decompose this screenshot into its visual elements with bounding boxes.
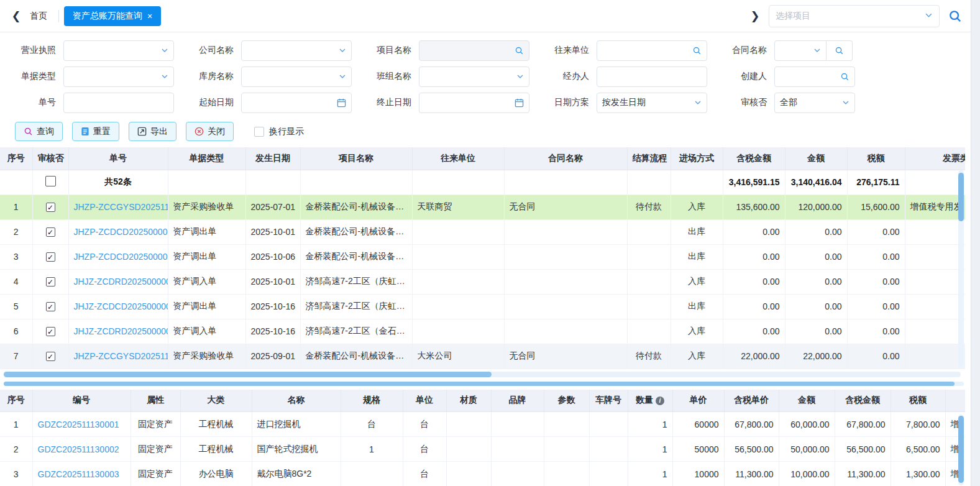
column-header[interactable]: 结算流程 bbox=[627, 147, 671, 170]
table-row[interactable]: 2✓JHZP-ZCDCD202500000资产调出单2025-10-01金桥装配… bbox=[0, 219, 965, 244]
table-row[interactable]: 5✓JHJZ-ZCDCD202500000资产调出单2025-10-16济邹高速… bbox=[0, 294, 965, 319]
audit-status-select[interactable]: 全部 bbox=[774, 93, 855, 113]
doc-link[interactable]: GDZC202511130003 bbox=[38, 469, 119, 479]
column-header[interactable]: 序号 bbox=[0, 390, 32, 412]
table-row[interactable]: 7✓JHZP-ZCCGYSD2025111资产采购验收单2025-09-01金桥… bbox=[0, 344, 965, 369]
doc-link[interactable]: JHZP-ZCCGYSD2025111 bbox=[74, 202, 168, 212]
business-license-select[interactable] bbox=[63, 40, 174, 61]
column-header[interactable]: 金额 bbox=[785, 147, 847, 170]
select-all-checkbox[interactable] bbox=[45, 176, 56, 186]
checkbox-icon[interactable] bbox=[254, 127, 264, 137]
row-checkbox[interactable]: ✓ bbox=[46, 227, 55, 237]
table-row[interactable]: 2GDZC202511130002固定资产工程机械国产轮式挖掘机1台150000… bbox=[0, 437, 965, 462]
scrollbar-thumb[interactable] bbox=[4, 372, 492, 377]
project-name-input[interactable] bbox=[419, 40, 529, 61]
row-checkbox[interactable]: ✓ bbox=[46, 203, 55, 212]
column-header[interactable] bbox=[945, 390, 965, 412]
tab-close-icon[interactable]: × bbox=[147, 11, 152, 21]
doc-link[interactable]: GDZC202511130002 bbox=[38, 444, 119, 454]
table-row[interactable]: 1✓JHZP-ZCCGYSD2025111资产采购验收单2025-07-01金桥… bbox=[0, 195, 965, 219]
row-checkbox[interactable]: ✓ bbox=[46, 352, 55, 361]
column-header[interactable]: 金额 bbox=[779, 390, 835, 412]
search-icon[interactable] bbox=[948, 9, 962, 23]
close-button[interactable]: 关闭 bbox=[186, 122, 234, 141]
column-header[interactable]: 材质 bbox=[446, 390, 491, 412]
filter-team-name: 班组名称 bbox=[367, 66, 529, 87]
warehouse-select[interactable] bbox=[241, 66, 352, 87]
column-header[interactable]: 往来单位 bbox=[412, 147, 504, 170]
column-header[interactable]: 编号 bbox=[32, 390, 131, 412]
doc-link[interactable]: JHZP-ZCDCD202500000 bbox=[74, 252, 168, 262]
counterparty-input[interactable] bbox=[597, 40, 707, 61]
column-header[interactable]: 含税单价 bbox=[724, 390, 779, 412]
cell-amount: 0.00 bbox=[785, 244, 847, 269]
column-header[interactable]: 参数 bbox=[544, 390, 589, 412]
row-checkbox[interactable]: ✓ bbox=[46, 277, 55, 287]
column-header[interactable]: 单价 bbox=[672, 390, 724, 412]
doc-no-input[interactable] bbox=[63, 93, 174, 113]
end-date-input[interactable] bbox=[419, 93, 529, 113]
tab-home[interactable]: 首页 bbox=[24, 7, 53, 25]
date-scheme-value: 按发生日期 bbox=[602, 97, 694, 108]
column-header[interactable]: 单号 bbox=[68, 147, 168, 170]
scrollbar-thumb[interactable] bbox=[958, 173, 964, 221]
cell-plate bbox=[589, 462, 628, 486]
column-header[interactable]: 发生日期 bbox=[245, 147, 300, 170]
scrollbar-thumb[interactable] bbox=[4, 382, 955, 386]
reset-button[interactable]: 重置 bbox=[72, 122, 119, 141]
column-header[interactable]: 品牌 bbox=[491, 390, 544, 412]
column-header[interactable]: 含税金额 bbox=[723, 147, 785, 170]
query-button[interactable]: 查询 bbox=[15, 122, 63, 141]
row-checkbox[interactable]: ✓ bbox=[46, 252, 55, 262]
export-button[interactable]: 导出 bbox=[129, 122, 176, 141]
table-row[interactable]: 3GDZC202511130003固定资产办公电脑戴尔电脑8G*2台110000… bbox=[0, 462, 965, 486]
column-header[interactable]: 规格 bbox=[341, 390, 403, 412]
cell-amount: 50,000.00 bbox=[779, 437, 835, 462]
column-header[interactable]: 车牌号 bbox=[589, 390, 628, 412]
field-label: 项目名称 bbox=[367, 45, 411, 56]
doc-link[interactable]: JHJZ-ZCDCD202500000 bbox=[74, 301, 168, 311]
doc-link[interactable]: GDZC202511130001 bbox=[38, 420, 119, 429]
column-header[interactable]: 属性 bbox=[131, 390, 180, 412]
project-select[interactable]: 选择项目 bbox=[769, 5, 940, 27]
start-date-input[interactable] bbox=[241, 93, 352, 113]
date-scheme-select[interactable]: 按发生日期 bbox=[597, 93, 707, 113]
team-select[interactable] bbox=[419, 66, 529, 87]
column-header[interactable]: 发票类 bbox=[905, 147, 965, 170]
handler-input[interactable] bbox=[597, 66, 707, 87]
summary-row: 共52条3,416,591.153,140,416.04276,175.11 bbox=[0, 170, 965, 195]
column-header[interactable]: 数量i bbox=[628, 390, 672, 412]
company-name-select[interactable] bbox=[241, 40, 352, 61]
table-row[interactable]: 1GDZC202511130001固定资产工程机械进口挖掘机台台16000067… bbox=[0, 412, 965, 437]
contract-name-select[interactable] bbox=[774, 40, 827, 61]
table-row[interactable]: 6✓JHJZ-ZCDRD202500000资产调入单2025-10-16济邹高速… bbox=[0, 319, 965, 344]
column-header[interactable]: 名称 bbox=[252, 390, 341, 412]
row-checkbox[interactable]: ✓ bbox=[46, 327, 55, 336]
column-header[interactable]: 税额 bbox=[847, 147, 905, 170]
wrap-display-checkbox[interactable]: 换行显示 bbox=[254, 126, 304, 137]
doc-link[interactable]: JHZP-ZCCGYSD2025111 bbox=[74, 351, 168, 361]
doc-link[interactable]: JHJZ-ZCDRD202500000 bbox=[74, 277, 168, 287]
column-header[interactable]: 单位 bbox=[403, 390, 446, 412]
column-header[interactable]: 序号 bbox=[0, 147, 32, 170]
column-header[interactable]: 单据类型 bbox=[168, 147, 245, 170]
tabs-forward-icon[interactable]: ❯ bbox=[748, 9, 762, 23]
column-header[interactable]: 审核否 bbox=[32, 147, 68, 170]
tab-asset-ledger-query[interactable]: 资产总账万能查询 × bbox=[64, 6, 161, 26]
tabs-back-icon[interactable]: ❮ bbox=[9, 9, 24, 23]
column-header[interactable]: 含税金额 bbox=[835, 390, 891, 412]
column-header[interactable]: 大类 bbox=[180, 390, 252, 412]
doc-link[interactable]: JHZP-ZCDCD202500000 bbox=[74, 227, 168, 237]
creator-input[interactable] bbox=[774, 66, 855, 87]
scrollbar-thumb[interactable] bbox=[958, 416, 964, 483]
doc-type-select[interactable] bbox=[63, 66, 174, 87]
table-row[interactable]: 4✓JHJZ-ZCDRD202500000资产调入单2025-10-01济邹高速… bbox=[0, 269, 965, 294]
doc-link[interactable]: JHJZ-ZCDRD202500000 bbox=[74, 326, 168, 336]
contract-search-button[interactable] bbox=[827, 40, 853, 61]
row-checkbox[interactable]: ✓ bbox=[46, 302, 55, 311]
table-row[interactable]: 3✓JHZP-ZCDCD202500000资产调出单2025-10-06金桥装配… bbox=[0, 244, 965, 269]
column-header[interactable]: 进场方式 bbox=[671, 147, 723, 170]
column-header[interactable]: 项目名称 bbox=[300, 147, 412, 170]
column-header[interactable]: 合同名称 bbox=[504, 147, 627, 170]
column-header[interactable]: 税额 bbox=[891, 390, 945, 412]
